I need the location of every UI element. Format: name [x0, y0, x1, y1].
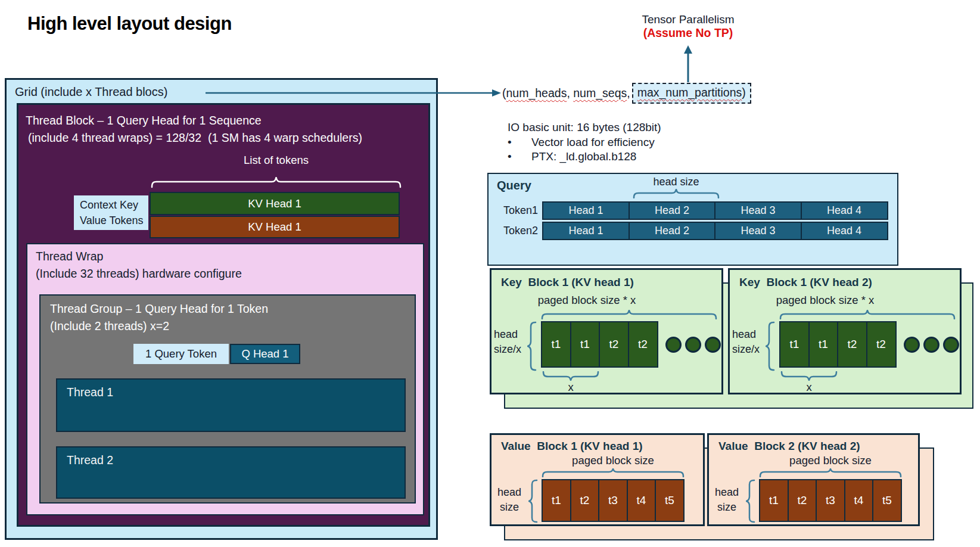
token-cell: t4 — [627, 479, 657, 522]
value-block-2-cells: t1 t2 t3 t4 t5 — [759, 479, 902, 522]
token-cell: t1 — [541, 321, 571, 368]
token-cell: t3 — [598, 479, 628, 522]
tuple-close-paren: ) — [742, 86, 746, 99]
tuple-sep1: , — [567, 86, 573, 100]
value-block-2-title: Value Block 2 (KV head 2) — [718, 440, 860, 453]
io-notes-title: IO basic unit: 16 bytes (128bit) — [508, 120, 758, 135]
token-cell: t2 — [599, 321, 629, 368]
context-key-line1: Context Key — [80, 197, 148, 213]
key-block-2-box: Key Block 1 (KV head 2) paged block size… — [728, 268, 962, 394]
thread-2-box: Thread 2 — [56, 446, 406, 499]
thread-wrap-line1: Thread Wrap — [36, 248, 103, 265]
token-cell: t5 — [872, 479, 902, 522]
io-bullet-2: • PTX: _ld.global.b128 — [508, 150, 758, 164]
x-bottom-brace — [780, 371, 838, 381]
context-key-line2: Value Tokens — [80, 213, 148, 228]
tuple-max-num-partitions: max_num_partitions — [637, 86, 742, 99]
query-row-token1-label: Token1 — [489, 201, 542, 220]
token-cell: t1 — [808, 321, 839, 368]
thread-1-box: Thread 1 — [56, 378, 406, 432]
head-size-left-brace — [746, 479, 755, 523]
context-key-value-label: Context Key Value Tokens — [74, 195, 148, 230]
head-size-left-brace — [528, 479, 538, 523]
key-block-2-title: Key Block 1 (KV head 2) — [739, 276, 872, 289]
value-block-2-box: Value Block 2 (KV head 2) paged block si… — [707, 433, 920, 526]
query-row-token2-label: Token2 — [489, 222, 542, 240]
head-size-brace — [633, 189, 720, 198]
token-cell: t2 — [866, 321, 897, 368]
head-size-left-brace — [766, 321, 775, 371]
value-block-1-box: Value Block 1 (KV head 1) paged block si… — [490, 433, 705, 526]
max-num-partitions-box: max_num_partitions) — [632, 83, 751, 104]
paged-block-size-brace — [779, 310, 956, 319]
io-notes: IO basic unit: 16 bytes (128bit) • Vecto… — [508, 120, 758, 164]
ellipsis-dot-icon — [705, 337, 721, 353]
x-label: x — [780, 381, 838, 394]
thread-wrap-box: Thread Wrap (Include 32 threads) hardwar… — [26, 243, 424, 515]
kv-head-bar-value-label: KV Head 1 — [248, 220, 301, 234]
dims-tuple: (num_heads, num_seqs, max_num_partitions… — [502, 81, 751, 105]
token-cell: t2 — [570, 479, 600, 522]
query-cell: Head 4 — [801, 201, 888, 220]
ellipsis-dot-icon — [665, 337, 682, 353]
token-cell: t2 — [628, 321, 658, 368]
key-block-2-cells: t1 t1 t2 t2 — [779, 321, 897, 368]
head-size-over-x-label: head size/x — [732, 327, 764, 357]
key-block-1-box: Key Block 1 (KV head 1) paged block size… — [490, 268, 723, 394]
thread-group-box: Thread Group – 1 Query Head for 1 Token … — [39, 294, 416, 504]
query-table-title: Query — [497, 179, 531, 192]
query-cell: Head 2 — [629, 201, 716, 220]
tuple-num-heads: num_heads — [506, 86, 567, 100]
head-size-over-x-label: head size/x — [494, 327, 526, 357]
grid-box-label: Grid (include x Thread blocs) — [15, 85, 167, 99]
bullet-icon: • — [508, 135, 531, 150]
query-cell: Head 3 — [714, 222, 802, 240]
paged-block-size-brace — [541, 310, 717, 319]
value-block-1-title: Value Block 1 (KV head 1) — [501, 440, 643, 453]
kv-head-bar-key: KV Head 1 — [150, 192, 400, 215]
paged-block-size-label: paged block size — [759, 454, 902, 467]
q-head-label: Q Head 1 — [241, 347, 288, 360]
thread-wrap-line2: (Include 32 threads) hardware configure — [36, 265, 242, 282]
thread-group-line1: Thread Group – 1 Query Head for 1 Token — [50, 300, 268, 318]
query-token-box: 1 Query Token — [133, 344, 229, 364]
io-bullet-2-text: PTX: _ld.global.b128 — [531, 150, 636, 164]
head-size-label: head size — [710, 485, 743, 515]
list-of-tokens-brace — [151, 177, 402, 188]
grid-box: Grid (include x Thread blocs) Thread Blo… — [5, 78, 438, 540]
slide: High level layout design Grid (include x… — [0, 0, 980, 547]
token-cell: t1 — [570, 321, 601, 368]
paged-block-size-x-label: paged block size * x — [754, 294, 897, 307]
io-bullet-1-text: Vector load for efficiency — [531, 135, 655, 150]
query-cell: Head 1 — [542, 201, 630, 220]
list-of-tokens-label: List of tokens — [151, 154, 402, 167]
grid-to-tuple-arrow — [206, 88, 501, 98]
paged-block-size-x-label: paged block size * x — [515, 294, 658, 307]
query-row-token1: Token1 Head 1 Head 2 Head 3 Head 4 — [489, 201, 888, 220]
token-cell: t4 — [844, 479, 874, 522]
token-cell: t2 — [788, 479, 817, 522]
thread-2-label: Thread 2 — [67, 453, 113, 467]
thread-1-label: Thread 1 — [67, 386, 113, 399]
ellipsis-dot-icon — [923, 337, 939, 353]
token-cell: t1 — [542, 479, 571, 522]
token-cell: t5 — [655, 479, 685, 522]
thread-group-line2: (Include 2 threads) x=2 — [50, 318, 169, 335]
head-size-left-brace — [527, 321, 537, 371]
query-cell: Head 2 — [629, 222, 716, 240]
ellipsis-dot-icon — [943, 337, 959, 353]
query-token-label: 1 Query Token — [145, 347, 217, 360]
kv-head-bar-value: KV Head 1 — [150, 216, 400, 238]
head-size-label: head size — [633, 176, 720, 188]
thread-block-title-line2: (include 4 thread wraps) = 128/32 (1 SM … — [28, 129, 362, 147]
assume-no-tp-label: (Assume No TP) — [608, 26, 769, 40]
io-bullet-1: • Vector load for efficiency — [508, 135, 758, 150]
kv-head-bar-key-label: KV Head 1 — [248, 197, 301, 210]
query-table-box: Query head size Token1 Head 1 Head 2 Hea… — [487, 173, 898, 266]
query-cell: Head 1 — [542, 222, 630, 240]
token-cell: t3 — [816, 479, 845, 522]
tp-up-arrow — [683, 45, 693, 82]
tuple-num-seqs: num_seqs — [573, 86, 627, 100]
value-block-1-cells: t1 t2 t3 t4 t5 — [542, 479, 685, 522]
query-cell: Head 4 — [801, 222, 888, 240]
